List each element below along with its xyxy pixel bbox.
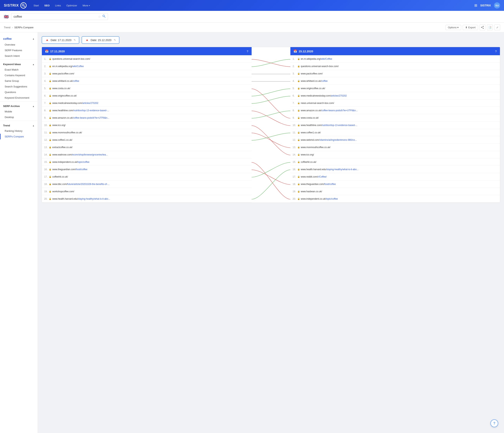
row-number: 3. <box>293 72 297 75</box>
url-text[interactable]: www.health.harvard.edu/staying-healthy/w… <box>52 198 110 200</box>
svg-line-3 <box>104 17 105 18</box>
url-text[interactable]: www.medicalnewstoday.com/articles/270202 <box>301 94 347 97</box>
lock-icon: 🔒 <box>297 146 300 148</box>
url-text[interactable]: www.healthline.com/nutrition/top-13-evid… <box>301 124 358 126</box>
star-icon[interactable]: ☆ <box>98 15 101 18</box>
sidebar-item-ranking-history[interactable]: Ranking History <box>0 128 38 134</box>
sidebar-item-exact-match[interactable]: Exact Match <box>0 67 38 72</box>
grid-icon[interactable]: ⊞ <box>474 3 477 8</box>
lock-icon: 🔒 <box>297 168 300 171</box>
sidebar-item-questions[interactable]: Questions <box>0 89 38 95</box>
sidebar-item-search-intent[interactable]: Search Intent <box>0 53 38 59</box>
sidebar-section-serp-archive[interactable]: SERP Archive ▲ <box>0 102 38 109</box>
url-text[interactable]: www.healthline.com/nutrition/top-13-evid… <box>52 109 109 112</box>
url-text[interactable]: www.bbc.com/future/article/20201028-the-… <box>52 183 109 186</box>
url-text[interactable]: www.independent.co.uk/topic/coffee <box>52 161 89 163</box>
nav-links[interactable]: Links <box>53 3 63 8</box>
lock-icon: 🔒 <box>49 72 52 75</box>
filter-date1[interactable]: 🔺 Date: 17.11.2020 ✎ <box>42 36 79 44</box>
url-text[interactable]: www.theguardian.com/food/coffee <box>301 183 336 186</box>
search-icon[interactable] <box>102 15 106 18</box>
url-text[interactable]: www.ico.org/ <box>301 153 314 156</box>
url-text[interactable]: www.medicalnewstoday.com/articles/270202 <box>52 102 98 104</box>
export-button[interactable]: ⬇ Export <box>463 25 478 30</box>
url-text[interactable]: www.coffee1.co.uk/ <box>301 131 321 134</box>
table-row: 1.🔒questions.universal-search-box.com/ <box>42 55 252 63</box>
url-text[interactable]: en.m.wikipedia.org/wiki/Coffee <box>301 58 332 60</box>
url-text[interactable]: coffeehit.co.uk/ <box>52 175 68 178</box>
url-text[interactable]: www.costa.co.uk/ <box>301 117 319 119</box>
url-text[interactable]: www.amazon.co.uk/coffee-beans-pods/b?ie=… <box>52 117 109 119</box>
edit-icon-2[interactable]: ✎ <box>114 39 116 42</box>
avatar[interactable]: SU <box>494 2 500 9</box>
url-text[interactable]: www.pactcoffee.com/ <box>301 72 323 75</box>
breadcrumb-parent[interactable]: Trend <box>4 26 10 29</box>
panel-left-header: 📅 17.11.2020 ? <box>42 47 252 55</box>
help-icon-right[interactable]: ? <box>495 50 497 53</box>
url-text[interactable]: www.health.harvard.edu/staying-healthy/w… <box>301 168 359 171</box>
url-text[interactable]: www.ico.org/ <box>52 124 65 126</box>
row-number: 7. <box>293 102 297 104</box>
url-text[interactable]: www.reddit.com/r/Coffee/ <box>301 175 327 178</box>
url-text[interactable]: www.webmd.com/vitamins/ai/ingredientmono… <box>301 139 357 141</box>
nav-more[interactable]: More ▾ <box>80 3 92 8</box>
calendar-icon-right: 📅 <box>294 49 297 53</box>
sidebar-item-overview[interactable]: Overview <box>0 42 38 47</box>
search-input[interactable] <box>14 15 97 18</box>
url-text[interactable]: www.whittard.co.uk/coffee <box>52 80 79 82</box>
sidebar-item-serps-compare[interactable]: SERPs Compare <box>0 134 38 139</box>
expand-button[interactable]: ⤢ <box>494 24 500 30</box>
url-text[interactable]: news.universal-search-box.com/ <box>301 102 334 104</box>
content: 🔺 Date: 17.11.2020 ✎ 🔺 Date: 15.12.2020 … <box>38 32 504 433</box>
url-text[interactable]: www.origincoffee.co.uk/ <box>52 94 77 97</box>
table-row: 17.🔒www.reddit.com/r/Coffee/ <box>290 173 500 180</box>
url-text[interactable]: en.m.wikipedia.org/wiki/Coffee <box>52 65 84 68</box>
options-button[interactable]: Options ▾ <box>445 25 461 30</box>
sidebar-item-contains-keyword[interactable]: Contains Keyword <box>0 72 38 78</box>
table-row: 5.🔒www.costa.co.uk/ <box>42 85 252 92</box>
url-text[interactable]: www.monmouthcoffee.co.uk/ <box>301 146 331 149</box>
sidebar-item-search-suggestions[interactable]: Search Suggestions <box>0 84 38 89</box>
url-text[interactable]: workshopcoffee.com/ <box>52 190 74 193</box>
help-icon[interactable]: ? <box>247 50 248 53</box>
table-row: 1.🔒en.m.wikipedia.org/wiki/Coffee <box>290 55 500 63</box>
connector-line <box>252 162 290 177</box>
nav-start[interactable]: Start <box>31 3 41 8</box>
sidebar-section-keyword-ideas[interactable]: Keyword Ideas ▲ <box>0 61 38 67</box>
nav-seo[interactable]: SEO <box>42 3 52 8</box>
url-text[interactable]: www.independent.co.uk/topic/coffee <box>301 198 338 200</box>
url-text[interactable]: questions.universal-search-box.com/ <box>301 65 339 68</box>
url-text[interactable]: extractcoffee.co.uk/ <box>52 146 72 149</box>
url-text[interactable]: www.pactcoffee.com/ <box>52 72 74 75</box>
url-text[interactable]: www.monmouthcoffee.co.uk/ <box>52 131 82 134</box>
sidebar-item-desktop[interactable]: Desktop <box>0 114 38 120</box>
url-text[interactable]: www.origincoffee.co.uk/ <box>301 87 325 90</box>
row-number: 6. <box>293 94 297 97</box>
url-text[interactable]: www.coffee1.co.uk/ <box>52 139 72 141</box>
url-text[interactable]: www.theguardian.com/food/coffee <box>52 168 87 171</box>
sidebar-item-keyword-environment[interactable]: Keyword Environment <box>0 95 38 101</box>
url-text[interactable]: www.amazon.co.uk/coffee-beans-pods/b?ie=… <box>301 109 358 112</box>
sidebar-item-mobile[interactable]: Mobile <box>0 109 38 114</box>
url-text[interactable]: www.whittard.co.uk/coffee <box>301 80 328 82</box>
edit-icon-1[interactable]: ✎ <box>74 39 76 42</box>
url-text[interactable]: coffeehit.co.uk/ <box>301 161 316 163</box>
bookmark-button[interactable]: 📑 <box>487 24 493 30</box>
table-row: 15.🔒www.independent.co.uk/topic/coffee <box>42 158 252 166</box>
url-text[interactable]: www.costa.co.uk/ <box>52 87 70 90</box>
nav-optimizer[interactable]: Optimizer <box>64 3 80 8</box>
sidebar-section-trend[interactable]: Trend ▲ <box>0 122 38 128</box>
url-text[interactable]: www.waitrose.com/ecom/shop/browse/grocer… <box>52 153 108 156</box>
filter-date2[interactable]: 🔺 Date: 15.12.2020 ✎ <box>82 36 119 44</box>
sidebar-item-serp-features[interactable]: SERP Features <box>0 47 38 53</box>
url-text[interactable]: www.hasbean.co.uk/ <box>301 190 322 193</box>
sidebar-item-same-group[interactable]: Same Group <box>0 78 38 84</box>
url-text[interactable]: questions.universal-search-box.com/ <box>52 58 90 60</box>
table-row: 7.🔒news.universal-search-box.com/ <box>290 99 500 107</box>
table-row: 11.🔒www.monmouthcoffee.co.uk/ <box>42 129 252 136</box>
share-button[interactable] <box>480 24 485 30</box>
help-bubble[interactable]: ? <box>490 419 498 427</box>
lock-icon: 🔒 <box>297 153 300 156</box>
divider <box>0 121 38 121</box>
sidebar-keyword[interactable]: coffee ▲ <box>0 36 38 42</box>
